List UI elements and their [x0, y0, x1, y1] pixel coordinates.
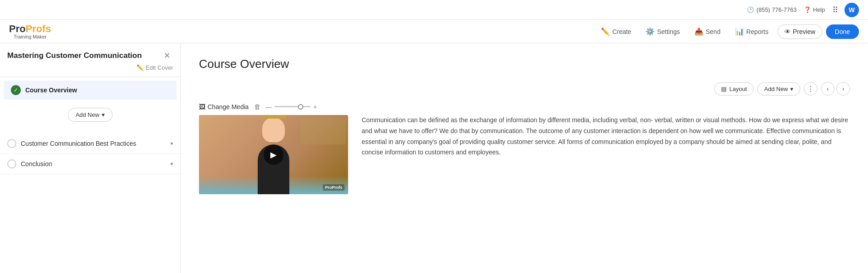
settings-button[interactable]: ⚙️ Settings	[640, 24, 685, 38]
help-icon: ❓	[804, 6, 811, 13]
phone-icon: 🕐	[747, 6, 754, 13]
page-title: Course Overview	[199, 57, 850, 71]
preview-icon: 👁	[784, 28, 791, 35]
main-content: Course Overview ▤ Layout Add New ▾ ⋮ ‹ ›…	[181, 43, 868, 273]
delete-media-icon[interactable]: 🗑	[254, 103, 261, 110]
video-container[interactable]: ▶ ProProfs	[199, 115, 348, 194]
circle-icon	[7, 139, 16, 148]
body-layout: Mastering Customer Communication ✕ ✏️ Ed…	[0, 43, 868, 273]
description-text: Communication can be defined as the exch…	[362, 115, 850, 194]
phone-number: 🕐 (855) 776-7763	[747, 6, 797, 13]
layout-button[interactable]: ▤ Layout	[714, 82, 754, 96]
content-toolbar: ▤ Layout Add New ▾ ⋮ ‹ ›	[199, 82, 850, 96]
apps-grid-icon[interactable]: ⠿	[832, 5, 838, 15]
create-icon: ✏️	[601, 27, 610, 36]
reports-icon: 📊	[735, 27, 744, 36]
logo-profs: Profs	[26, 23, 51, 34]
slider-track[interactable]	[274, 106, 311, 107]
avatar[interactable]: W	[844, 3, 859, 17]
send-icon: 📤	[694, 27, 703, 36]
play-button[interactable]: ▶	[264, 145, 283, 165]
sidebar-item-course-overview[interactable]: ✓ Course Overview	[4, 81, 177, 100]
checkmark-icon: ✓	[11, 85, 21, 95]
create-button[interactable]: ✏️ Create	[595, 24, 637, 38]
media-toolbar: 🖼 Change Media 🗑 — +	[199, 103, 850, 110]
add-new-button[interactable]: Add New ▾	[68, 108, 113, 122]
layout-icon: ▤	[721, 86, 726, 92]
help-link[interactable]: ❓ Help	[804, 6, 825, 13]
change-media-button[interactable]: 🖼 Change Media	[199, 103, 249, 110]
circle-icon	[7, 159, 16, 168]
active-item-label: Course Overview	[25, 86, 77, 94]
chevron-down-icon: ▾	[170, 140, 173, 147]
logo: ProProfs Training Maker	[9, 24, 51, 39]
sidebar-item-label: Customer Communication Best Practices	[21, 140, 136, 147]
dropdown-arrow-icon: ▾	[102, 111, 105, 118]
sidebar: Mastering Customer Communication ✕ ✏️ Ed…	[0, 43, 181, 273]
add-new-content-button[interactable]: Add New ▾	[757, 82, 800, 96]
done-button[interactable]: Done	[826, 24, 859, 39]
logo-pro: Pro	[9, 23, 26, 34]
slider-thumb[interactable]	[298, 104, 303, 110]
top-bar: 🕐 (855) 776-7763 ❓ Help ⠿ W	[0, 0, 868, 20]
size-slider: — +	[265, 103, 317, 110]
prev-arrow-button[interactable]: ‹	[821, 82, 835, 96]
divider	[0, 77, 180, 77]
navigation-arrows: ‹ ›	[821, 82, 850, 96]
edit-cover-link[interactable]: ✏️ Edit Cover	[0, 64, 180, 77]
dropdown-arrow-icon: ▾	[790, 86, 793, 92]
close-button[interactable]: ✕	[161, 51, 173, 61]
sidebar-item-conclusion[interactable]: Conclusion ▾	[0, 154, 180, 174]
minus-icon[interactable]: —	[265, 103, 272, 110]
sidebar-item-label: Conclusion	[21, 160, 52, 168]
main-toolbar: ProProfs Training Maker ✏️ Create ⚙️ Set…	[0, 20, 868, 43]
image-icon: 🖼	[199, 103, 205, 110]
toolbar-actions: ✏️ Create ⚙️ Settings 📤 Send 📊 Reports 👁…	[595, 24, 859, 39]
video-logo: ProProfs	[323, 184, 344, 191]
sidebar-title: Mastering Customer Communication	[7, 51, 142, 60]
person-hair	[261, 115, 286, 119]
sidebar-header: Mastering Customer Communication ✕	[0, 43, 180, 64]
more-options-button[interactable]: ⋮	[804, 82, 817, 96]
sidebar-item-best-practices[interactable]: Customer Communication Best Practices ▾	[0, 134, 180, 154]
next-arrow-button[interactable]: ›	[836, 82, 850, 96]
logo-subtitle: Training Maker	[9, 34, 51, 39]
chevron-down-icon: ▾	[170, 161, 173, 167]
settings-icon: ⚙️	[646, 27, 655, 36]
person-head	[262, 117, 285, 142]
reports-button[interactable]: 📊 Reports	[730, 24, 774, 38]
send-button[interactable]: 📤 Send	[689, 24, 726, 38]
content-area: ▶ ProProfs Communication can be defined …	[199, 115, 850, 194]
edit-icon: ✏️	[137, 64, 144, 71]
plus-icon[interactable]: +	[313, 103, 317, 110]
preview-button[interactable]: 👁 Preview	[778, 24, 822, 39]
